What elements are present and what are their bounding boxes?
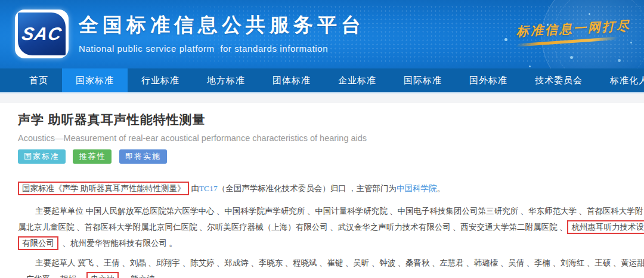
nav-item-local-standards[interactable]: 地方标准: [193, 68, 259, 92]
paragraph-line: 主要起草单位 中国人民解放军总医院第六医学中心 、中国科学院声学研究所 、中国计…: [18, 203, 626, 219]
highlight-box-standard-name: 国家标准《声学 助听器真耳声性能特性测量》: [18, 182, 189, 195]
nav-item-technical-committees[interactable]: 技术委员会: [521, 68, 596, 92]
paragraph-drafters: 主要起草人 冀飞 、王倩 、刘晶 、邱翔宇 、陈艾婷 、郑成诗 、李晓东 、程晓…: [18, 255, 626, 278]
paragraph-text: 。: [437, 184, 445, 193]
site-header: SAC 全国标准信息公共服务平台 National public service…: [0, 0, 644, 68]
badge-recommended: 推荐性: [73, 149, 112, 164]
highlight-box-hangzhou-huier-1: 杭州惠耳听力技术设备: [567, 220, 644, 234]
paragraph-text: 属北京儿童医院 、首都医科大学附属北京同仁医院 、尔听美医疗器械（上海）有限公司…: [18, 223, 567, 232]
paragraph-line: 、广华平 、胡娟 、史文迪 、熊文波 。: [18, 271, 626, 278]
subnav-strip: [0, 92, 644, 103]
paragraph-text: 、熊文波 。: [120, 274, 165, 278]
site-title: 全国标准信息公共服务平台: [79, 12, 365, 39]
highlight-box-hangzhou-huier-2: 有限公司: [18, 236, 58, 250]
highlight-box-shi-wendi: 史文迪: [86, 272, 119, 278]
page-title: 声学 助听器真耳声性能特性测量: [18, 111, 626, 128]
nav-item-international-standards[interactable]: 国际标准: [390, 68, 456, 92]
nav-item-foreign-standards[interactable]: 国外标准: [456, 68, 521, 92]
paragraph-text: 、广华平 、胡娟 、: [18, 274, 86, 278]
paragraph-text: 、杭州爱华智能科技有限公司 。: [60, 239, 177, 248]
nav-item-enterprise-standards[interactable]: 企业标准: [324, 68, 390, 92]
paragraph-text: 由: [191, 184, 199, 193]
link-tc17[interactable]: TC17: [199, 184, 218, 193]
badge-national-standard: 国家标准: [18, 149, 66, 164]
badge-upcoming: 即将实施: [119, 149, 167, 164]
sac-logo-text: SAC: [20, 24, 63, 44]
paragraph-line: 有限公司 、杭州爱华智能科技有限公司 。: [18, 235, 626, 251]
nav-item-group-standards[interactable]: 团体标准: [259, 68, 324, 92]
paragraph-drafting-organizations: 主要起草单位 中国人民解放军总医院第六医学中心 、中国科学院声学研究所 、中国计…: [18, 203, 626, 251]
paragraph-line: 属北京儿童医院 、首都医科大学附属北京同仁医院 、尔听美医疗器械（上海）有限公司…: [18, 219, 626, 235]
link-chinese-academy-of-sciences[interactable]: 中国科学院: [397, 184, 437, 193]
nav-item-standardization-talents[interactable]: 标准化人才: [596, 68, 644, 92]
content-area: 声学 助听器真耳声性能特性测量 Acoustics—Measurement of…: [0, 103, 644, 278]
paragraph-text: （全国声学标准化技术委员会）归口 ，主管部门为: [218, 184, 397, 193]
sac-logo[interactable]: SAC: [15, 10, 69, 58]
nav-item-industry-standards[interactable]: 行业标准: [128, 68, 193, 92]
main-nav: 首页 国家标准 行业标准 地方标准 团体标准 企业标准 国际标准 国外标准 技术…: [0, 68, 644, 92]
paragraph-line: 主要起草人 冀飞 、王倩 、刘晶 、邱翔宇 、陈艾婷 、郑成诗 、李晓东 、程晓…: [18, 255, 626, 271]
badges-row: 国家标准 推荐性 即将实施: [18, 149, 626, 164]
sac-logo-shape: SAC: [18, 13, 66, 55]
paragraph-line: 国家标准《声学 助听器真耳声性能特性测量》由TC17（全国声学标准化技术委员会）…: [18, 180, 626, 196]
nav-item-home[interactable]: 首页: [16, 68, 62, 92]
site-title-block: 全国标准信息公共服务平台 National public service pla…: [79, 12, 365, 54]
nav-item-national-standards[interactable]: 国家标准: [62, 68, 128, 92]
site-subtitle: National public service platform for sta…: [79, 43, 365, 54]
paragraph-standard-info: 国家标准《声学 助听器真耳声性能特性测量》由TC17（全国声学标准化技术委员会）…: [18, 180, 626, 196]
page-title-english: Acoustics—Measurement of real-ear acoust…: [18, 133, 626, 143]
